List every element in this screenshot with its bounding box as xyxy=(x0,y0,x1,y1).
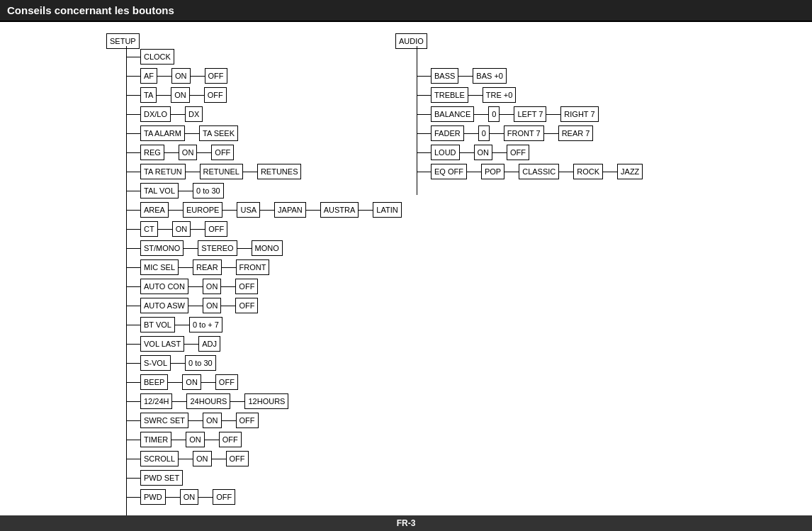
h-line xyxy=(490,133,504,134)
h-line xyxy=(171,440,186,440)
h-line xyxy=(157,76,171,77)
h-line xyxy=(417,95,431,96)
h-line xyxy=(164,152,179,153)
timer-box: TIMER xyxy=(140,432,171,447)
h-line xyxy=(171,363,185,364)
h-line xyxy=(179,191,193,191)
area-japan: JAPAN xyxy=(274,202,306,218)
btvol-range: 0 to + 7 xyxy=(189,317,222,332)
h-line xyxy=(126,76,140,77)
balance-row: BALANCE 0 LEFT 7 RIGHT 7 xyxy=(417,106,599,122)
h-line xyxy=(222,420,236,421)
h-line xyxy=(417,76,431,77)
rear-box: REAR xyxy=(193,259,222,275)
h-line xyxy=(417,172,431,172)
vollast-adj: ADJ xyxy=(198,336,220,352)
h-line xyxy=(221,286,235,287)
tre-0: TRE +0 xyxy=(483,87,517,103)
reg-row: REG ON OFF xyxy=(126,145,234,160)
pwd-off: OFF xyxy=(213,489,235,505)
h-line xyxy=(458,76,473,77)
h-line xyxy=(126,420,140,421)
h-line xyxy=(474,114,488,115)
scroll-off: OFF xyxy=(226,451,249,466)
timer-off: OFF xyxy=(219,432,242,447)
loud-row: LOUD ON OFF xyxy=(417,145,529,160)
area-box: AREA xyxy=(140,202,169,218)
h-line xyxy=(198,497,213,498)
h-line xyxy=(126,401,140,402)
btvol-box: BT VOL xyxy=(140,317,175,332)
1224h-row: 12/24H 24HOURS 12HOURS xyxy=(126,393,288,409)
mono-box: MONO xyxy=(252,240,283,256)
h-line xyxy=(417,152,431,153)
ta-alarm-row: TA ALARM TA SEEK xyxy=(126,125,238,141)
h-line xyxy=(126,133,140,134)
h-line xyxy=(126,152,140,153)
scroll-on: ON xyxy=(193,451,212,466)
pwdset-row: PWD SET xyxy=(126,470,183,486)
h-line xyxy=(126,191,140,191)
reg-off: OFF xyxy=(211,145,234,160)
dxlo-dx: DX xyxy=(185,106,203,122)
stereo-box: STEREO xyxy=(198,240,237,256)
beep-on: ON xyxy=(182,374,201,390)
swrcset-off: OFF xyxy=(236,413,259,428)
h-line xyxy=(126,57,140,57)
h-line xyxy=(222,267,236,268)
fader-box: FADER xyxy=(431,125,464,141)
h-line xyxy=(188,286,203,287)
reg-on: ON xyxy=(179,145,198,160)
loud-off: OFF xyxy=(507,145,529,160)
h-line xyxy=(168,382,182,383)
h-line xyxy=(126,325,140,325)
24hours-box: 24HOURS xyxy=(186,393,230,409)
h-line xyxy=(126,459,140,459)
fader-0: 0 xyxy=(478,125,490,141)
h-line xyxy=(126,363,140,364)
ta-on: ON xyxy=(171,87,190,103)
svol-box: S-VOL xyxy=(140,355,171,371)
retunel-box: RETUNEL xyxy=(200,164,243,179)
h-line xyxy=(126,440,140,440)
h-line xyxy=(467,172,481,172)
eqoff-row: EQ OFF POP CLASSIC ROCK JAZZ xyxy=(417,164,643,179)
ta-box: TA xyxy=(140,87,157,103)
h-line xyxy=(175,325,189,325)
h-line xyxy=(126,248,140,249)
swrcset-on: ON xyxy=(203,413,222,428)
h-line xyxy=(500,114,514,115)
dxlo-row: DX/LO DX xyxy=(126,106,203,122)
page-header: Conseils concernant les boutons xyxy=(0,0,812,22)
h-line xyxy=(126,210,140,211)
front-box: FRONT xyxy=(236,259,270,275)
autoasw-row: AUTO ASW ON OFF xyxy=(126,298,258,313)
h-line xyxy=(126,95,140,96)
area-austra: AUSTRA xyxy=(320,202,359,218)
tal-vol-range: 0 to 30 xyxy=(193,183,224,199)
af-row: AF ON OFF xyxy=(126,68,227,84)
h-line xyxy=(359,210,373,211)
h-line xyxy=(179,459,193,459)
setup-box: SETUP xyxy=(106,33,140,49)
af-on: ON xyxy=(171,68,191,84)
svol-row: S-VOL 0 to 30 xyxy=(126,355,216,371)
h-line xyxy=(126,306,140,306)
footer-label: FR-3 xyxy=(397,518,416,528)
beep-off: OFF xyxy=(215,374,238,390)
h-line xyxy=(197,152,211,153)
h-line xyxy=(186,172,200,172)
h-line xyxy=(126,267,140,268)
h-line xyxy=(126,478,140,479)
autoasw-box: AUTO ASW xyxy=(140,298,188,313)
balance-left7: LEFT 7 xyxy=(514,106,546,122)
h-line xyxy=(126,172,140,172)
h-line xyxy=(417,114,431,115)
h-line xyxy=(460,152,474,153)
h-line xyxy=(492,152,507,153)
h-line xyxy=(546,114,560,115)
pop-box: POP xyxy=(481,164,504,179)
h-line xyxy=(126,497,140,498)
main-content: SETUP AUDIO CLOCK AF ON OFF TA xyxy=(0,22,812,530)
h-line xyxy=(184,248,198,249)
